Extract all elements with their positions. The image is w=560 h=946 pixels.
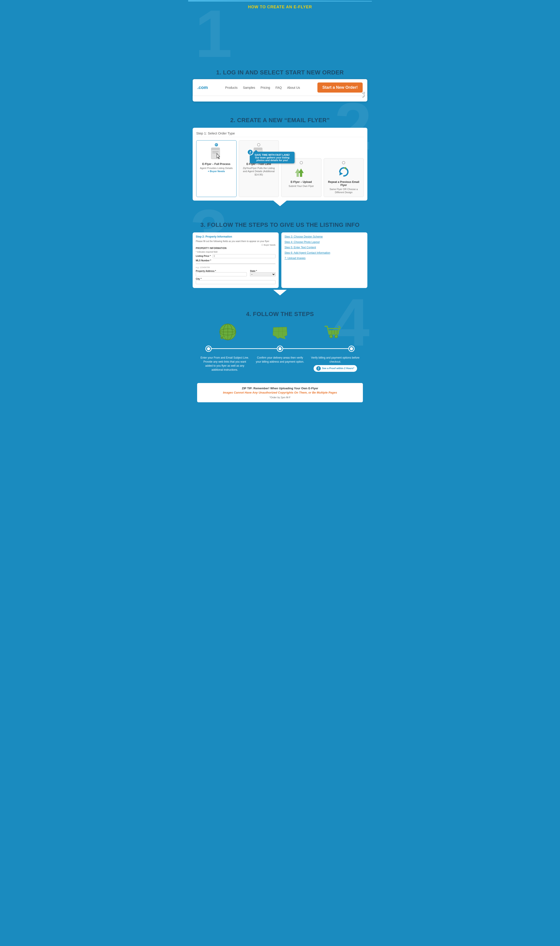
svg-rect-3 <box>212 153 217 153</box>
step3-section: 3 3. FOLLOW THE STEPS TO GIVE US THE LIS… <box>188 211 372 300</box>
step4-heading: 4. FOLLOW THE STEPS <box>192 307 368 321</box>
zip-tip-section: ZIP TIP: Remember! When Uploading Your O… <box>188 379 372 405</box>
option-fast-lane[interactable]: E-Flyer – Fast Lane ZipYourFlyer Pulls t… <box>239 140 279 197</box>
svg-rect-6 <box>254 148 262 150</box>
option-full-process-desc: Agent Provides Listing Details + Buyer N… <box>198 166 234 173</box>
buyer-needs-checkbox[interactable]: ☐ Buyer Needs <box>262 244 275 246</box>
map-icon-item <box>254 323 306 342</box>
step1-section: 1 1. LOG IN AND SELECT START NEW ORDER .… <box>188 11 372 106</box>
navbar-links: Products Samples Pricing FAQ About Us <box>225 86 300 89</box>
step4-desc-2: Confirm your delivery areas then verify … <box>252 356 308 372</box>
globe-icon <box>219 323 237 341</box>
step2-section: 2 2. CREATE A NEW “EMAIL FLYER” Step 1: … <box>188 106 372 211</box>
radio-upload <box>300 161 303 164</box>
nav-pricing[interactable]: Pricing <box>260 86 270 89</box>
nav-products[interactable]: Products <box>225 86 237 89</box>
step4-desc-3: Verify billing and payment options befor… <box>308 356 363 372</box>
proof-z-icon: Z <box>316 366 321 371</box>
state-label: State * <box>250 270 257 272</box>
nav-samples[interactable]: Samples <box>243 86 255 89</box>
order-type-title: Step 1: Select Order Type <box>196 131 364 137</box>
required-note: * Indicates required field <box>196 251 217 253</box>
timeline-dot-1 <box>206 346 211 351</box>
upload-icon <box>283 165 319 179</box>
address-label: Property Address * <box>196 270 216 272</box>
listing-price-input[interactable]: $ <box>212 254 275 258</box>
timeline-dot-2 <box>277 346 283 351</box>
mls-input[interactable] <box>196 263 275 264</box>
timeline-line-2 <box>283 348 349 349</box>
zip-tip-small: *Order by 2pm M-F <box>206 396 354 399</box>
cursor-icon: ⤴ <box>361 90 366 99</box>
svg-point-27 <box>335 335 338 338</box>
step-list-7[interactable]: 7: Upload Images <box>285 257 364 260</box>
option-full-process[interactable]: E-Flyer – Full Process Agent Provides Li… <box>196 140 237 197</box>
nav-about-us[interactable]: About Us <box>287 86 300 89</box>
navbar-mockup: .com Products Samples Pricing FAQ About … <box>192 79 368 102</box>
zip-tip-italic: Images Cannot Have Any Unauthorized Copy… <box>206 391 354 394</box>
option-upload[interactable]: E-Flyer – Upload Submit Your Own Flyer <box>281 158 322 197</box>
cart-icon-item <box>306 323 358 342</box>
fast-lane-tooltip: Z SAVE TIME WITH FAST LANE! Our team gat… <box>250 152 295 163</box>
zip-tip-box: ZIP TIP: Remember! When Uploading Your O… <box>197 383 363 402</box>
step3-heading: 3. FOLLOW THE STEPS TO GIVE US THE LISTI… <box>192 217 368 231</box>
option-repeat-desc: Same Flyer OR Choose a Different Design <box>326 188 362 194</box>
mls-label: MLS Number * <box>196 259 211 262</box>
radio-repeat <box>342 161 345 164</box>
timeline-row <box>192 346 368 351</box>
step4-section: 4 4. FOLLOW THE STEPS <box>188 300 372 379</box>
property-info-section-label: PROPERTY INFORMATION <box>196 247 275 250</box>
page-title-bar: HOW TO CREATE AN E-FLYER <box>188 1 372 11</box>
svg-rect-1 <box>211 148 220 150</box>
order-options: E-Flyer – Full Process Agent Provides Li… <box>196 140 364 197</box>
map-icon <box>271 323 289 341</box>
timeline-line-1 <box>211 348 277 349</box>
navbar-logo: .com <box>197 85 208 90</box>
step3-arrow <box>273 290 287 295</box>
globe-icon-item <box>202 323 254 342</box>
mls-example: e.g. 123456789 <box>196 266 210 268</box>
zip-tip-bold: ZIP TIP: Remember! When Uploading Your O… <box>206 387 354 390</box>
listing-price-label: Listing Price * <box>196 255 211 257</box>
step-list-6[interactable]: Step 6: Add Agent Contact Information <box>285 251 364 254</box>
nav-faq[interactable]: FAQ <box>275 86 282 89</box>
proof-badge: Z See a Proof within 2 Hours* <box>314 365 357 372</box>
svg-rect-2 <box>212 151 218 152</box>
address-input[interactable] <box>196 272 247 276</box>
svg-marker-12 <box>339 172 343 176</box>
step3-content: Step 2: Property Information Please fill… <box>192 233 368 288</box>
navbar-arrow <box>273 96 287 102</box>
step1-heading: 1. LOG IN AND SELECT START NEW ORDER <box>192 65 368 79</box>
cart-icon <box>323 323 341 341</box>
option-fast-lane-desc: ZipYourFlyer Pulls the Listing and Agent… <box>241 166 277 176</box>
timeline-dot-3 <box>349 346 354 351</box>
radio-full-process <box>215 143 218 146</box>
step-list-5[interactable]: Step 5: Enter Text Content <box>285 246 364 249</box>
option-upload-desc: Submit Your Own Flyer <box>283 185 319 188</box>
city-label: City * <box>196 278 202 280</box>
watermark-1: 1 <box>195 7 369 60</box>
step-list-3[interactable]: Step 3: Choose Design Scheme <box>285 235 364 238</box>
radio-fast-lane <box>257 143 260 146</box>
step4-desc-1: Enter your From and Email Subject Line. … <box>197 356 252 372</box>
page-title: HOW TO CREATE AN E-FLYER <box>188 5 372 9</box>
form-title: Step 2: Property Information <box>196 235 275 238</box>
full-process-icon <box>198 147 234 161</box>
svg-marker-11 <box>295 168 300 177</box>
step2-heading: 2. CREATE A NEW “EMAIL FLYER” <box>192 113 368 127</box>
order-type-box: Step 1: Select Order Type <box>192 128 368 200</box>
option-repeat[interactable]: Repeat a Previous Email Flyer Same Flyer… <box>324 158 364 197</box>
steps-list: Step 3: Choose Design Scheme Step 4: Cho… <box>282 233 368 288</box>
repeat-icon <box>326 165 362 179</box>
zip-badge: Z <box>247 149 253 155</box>
svg-point-26 <box>329 335 332 338</box>
option-repeat-label: Repeat a Previous Email Flyer <box>326 180 362 187</box>
step2-arrow <box>273 200 287 206</box>
step-list-4[interactable]: Step 4: Choose Photo Layout <box>285 240 364 243</box>
city-input[interactable] <box>196 280 275 284</box>
start-new-order-button[interactable]: Start a New Order! ⤴ <box>317 82 363 92</box>
option-full-process-label: E-Flyer – Full Process <box>198 162 234 166</box>
state-select[interactable]: -- <box>250 272 275 276</box>
step4-icons-row <box>192 321 368 344</box>
option-upload-label: E-Flyer – Upload <box>283 180 319 183</box>
